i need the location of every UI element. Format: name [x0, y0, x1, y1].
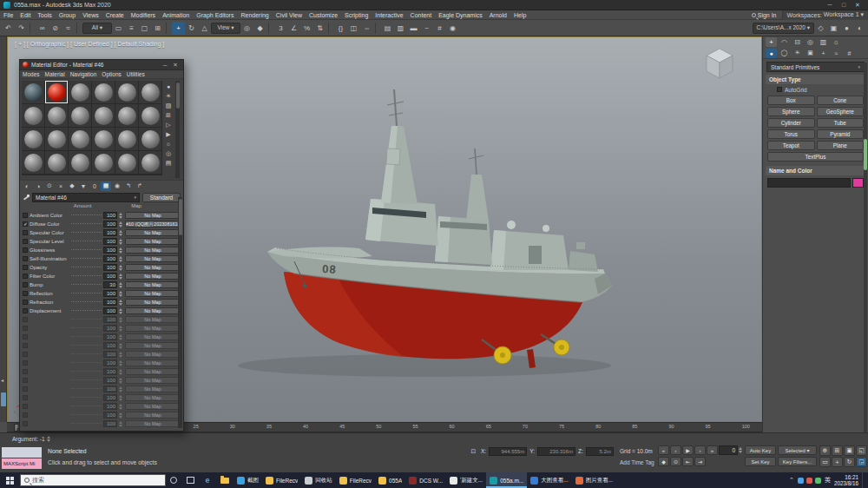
search-icon[interactable]	[752, 13, 756, 17]
map-enable-checkbox[interactable]	[23, 352, 28, 357]
map-slot-button[interactable]: No Map	[125, 325, 181, 332]
sample-tiling-icon[interactable]: ⊞	[166, 110, 171, 120]
amount-spinner[interactable]	[119, 378, 123, 384]
map-amount-field[interactable]: 100	[103, 290, 117, 297]
y-coordinate-field[interactable]: 230.316m	[537, 447, 575, 456]
amount-spinner[interactable]	[119, 274, 123, 280]
hierarchy-tab[interactable]: ⊟	[792, 37, 803, 47]
material-editor-menu-item[interactable]: Options	[102, 71, 121, 77]
taskbar-app-button[interactable]: 055a.m...	[486, 472, 527, 488]
map-amount-field[interactable]: 100	[103, 412, 117, 419]
material-sample-slot[interactable]	[69, 81, 91, 103]
map-slot-button[interactable]: No Map	[125, 316, 181, 323]
background-icon[interactable]: ▨	[166, 101, 172, 110]
menu-item[interactable]: Graph Editors	[193, 10, 237, 20]
menu-item[interactable]: Animation	[159, 10, 193, 20]
taskbar-app-button[interactable]: FileRecv	[336, 472, 375, 488]
key-mode-dropdown[interactable]: Selected ▾	[778, 445, 817, 455]
object-type-button[interactable]: TextPlus	[767, 152, 864, 162]
toolbar-separator[interactable]	[76, 23, 81, 34]
map-amount-field[interactable]: 100	[103, 247, 117, 254]
map-amount-field[interactable]: 100	[103, 221, 117, 228]
show-map-in-viewport-icon[interactable]: ▦	[101, 181, 111, 191]
amount-spinner[interactable]	[119, 239, 123, 245]
helpers-category[interactable]: +	[818, 49, 829, 58]
angle-snap-icon[interactable]: ∠	[287, 22, 300, 35]
material-type-button[interactable]: Standard	[142, 193, 181, 202]
amount-spinner[interactable]	[119, 404, 123, 410]
map-enable-checkbox[interactable]	[23, 308, 28, 313]
material-sample-slot[interactable]	[115, 151, 138, 174]
object-type-button[interactable]: Sphere	[767, 107, 815, 116]
material-sample-slot[interactable]	[139, 128, 161, 150]
map-slot-button[interactable]: No Map	[125, 212, 181, 219]
map-amount-field[interactable]: 100	[103, 229, 117, 236]
edge-icon[interactable]: e	[199, 472, 216, 488]
get-material-icon[interactable]: ◐	[22, 181, 32, 191]
map-amount-field[interactable]: 100	[103, 403, 117, 410]
material-sample-slot[interactable]	[139, 104, 161, 127]
backlight-icon[interactable]: ☀	[166, 91, 171, 101]
amount-spinner[interactable]	[119, 369, 123, 375]
map-enable-checkbox[interactable]	[23, 300, 28, 305]
viewport-label[interactable]: [ + ] [ Orthographic ] [ User Defined ] …	[15, 41, 164, 47]
map-amount-field[interactable]: 100	[103, 316, 117, 323]
schematic-view-icon[interactable]: #	[433, 22, 446, 35]
geometry-category[interactable]: ●	[766, 49, 777, 58]
taskbar-app-button[interactable]: 图片查看...	[572, 472, 616, 488]
map-slot-button[interactable]: No Map	[125, 342, 181, 349]
map-slot-button[interactable]: No Map	[125, 412, 181, 419]
map-amount-field[interactable]: 100	[103, 377, 117, 384]
tray-icon[interactable]	[815, 478, 821, 484]
map-slot-button[interactable]: No Map	[125, 394, 181, 401]
object-type-button[interactable]: Box	[767, 96, 815, 105]
material-sample-slot[interactable]	[69, 104, 91, 127]
material-sample-slot[interactable]	[92, 151, 115, 174]
map-amount-field[interactable]: 100	[103, 273, 117, 280]
material-sample-slot[interactable]	[92, 128, 115, 150]
set-key-button[interactable]: Set Key	[745, 457, 776, 466]
amount-spinner[interactable]	[119, 412, 123, 419]
map-enable-checkbox[interactable]	[23, 239, 28, 244]
object-type-button[interactable]: Cone	[817, 96, 865, 105]
maximize-button[interactable]: □	[837, 0, 851, 10]
prev-key-button[interactable]: ⇤	[682, 457, 694, 466]
map-slot-button[interactable]: No Map	[125, 307, 181, 314]
taskbar-app-button[interactable]: FileRecv	[262, 472, 301, 488]
map-enable-checkbox[interactable]	[23, 291, 28, 296]
map-enable-checkbox[interactable]	[23, 378, 28, 383]
selection-filter-dropdown[interactable]: All ▾	[82, 23, 112, 34]
amount-spinner[interactable]	[119, 326, 123, 332]
object-type-rollout-header[interactable]: Object Type	[766, 75, 865, 84]
map-amount-field[interactable]: 100	[103, 325, 117, 332]
make-unique-icon[interactable]: ◆	[67, 181, 77, 191]
map-enable-checkbox[interactable]	[23, 213, 28, 218]
material-sample-slot[interactable]	[22, 151, 44, 174]
amount-spinner[interactable]	[119, 317, 123, 323]
menu-item[interactable]: Content	[407, 10, 436, 20]
menu-item[interactable]: Group	[56, 10, 79, 20]
render-production-icon[interactable]: ●	[840, 22, 853, 35]
material-sample-slot[interactable]	[115, 128, 138, 150]
zoom-all-icon[interactable]: ⊞	[832, 445, 843, 456]
go-to-parent-icon[interactable]: ↰	[123, 181, 134, 191]
amount-spinner[interactable]	[119, 300, 123, 306]
use-center-flyout-icon[interactable]: ◎	[240, 22, 253, 35]
maxscript-listener-field[interactable]	[2, 447, 42, 458]
amount-spinner[interactable]	[119, 230, 123, 236]
object-type-button[interactable]: GeoSphere	[817, 107, 865, 116]
map-amount-field[interactable]: 100	[103, 264, 117, 271]
mirror-icon[interactable]: ◫	[347, 22, 360, 35]
material-editor-minimize-button[interactable]: ─	[160, 62, 170, 68]
sample-type-icon[interactable]: ●	[167, 82, 170, 91]
taskbar-clock[interactable]: 16:21 2023/8/16	[834, 474, 858, 486]
select-and-link-icon[interactable]: ∞	[36, 22, 49, 35]
render-setup-icon[interactable]: ◇	[814, 22, 827, 35]
maximize-viewport-toggle-icon[interactable]: ◲	[856, 457, 867, 467]
add-time-tag[interactable]: Add Time Tag	[620, 459, 654, 465]
menu-item[interactable]: Rendering	[237, 10, 272, 20]
material-sample-slot[interactable]	[92, 81, 115, 103]
map-slot-button[interactable]: No Map	[125, 351, 181, 358]
material-editor-scrollbar[interactable]	[178, 197, 182, 428]
auto-key-button[interactable]: Auto Key	[745, 445, 776, 455]
